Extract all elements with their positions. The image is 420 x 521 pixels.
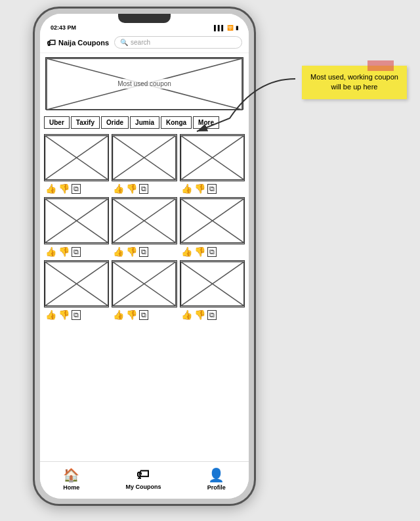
coupon-actions-3: 👍 👎 ⧉	[180, 183, 245, 194]
coupon-image-7	[44, 260, 109, 307]
thumbs-down-icon-6[interactable]: 👎	[194, 246, 205, 257]
signal-icon: ▌▌▌	[214, 25, 225, 31]
tab-uber[interactable]: Uber	[44, 116, 70, 129]
nav-profile[interactable]: 👤 Profile	[207, 467, 226, 491]
app-header: 🏷 Naija Coupons 🔍 search	[40, 32, 249, 53]
sticky-note: Most used, working coupon will be up her…	[302, 66, 407, 99]
coupon-image-2	[112, 134, 177, 181]
search-icon: 🔍	[120, 39, 128, 46]
coupon-image-6	[180, 197, 245, 244]
thumbs-down-icon-2[interactable]: 👎	[126, 183, 137, 194]
nav-home[interactable]: 🏠 Home	[63, 467, 79, 491]
coupon-card-6: 👍 👎 ⧉	[180, 197, 245, 258]
copy-icon-9[interactable]: ⧉	[207, 310, 217, 320]
banner-label: Most used coupon	[114, 79, 175, 89]
copy-icon-1[interactable]: ⧉	[72, 184, 81, 194]
coupon-card-4: 👍 👎 ⧉	[44, 197, 109, 258]
coupon-image-1	[44, 134, 109, 181]
sticky-note-text: Most used, working coupon will be up her…	[310, 73, 398, 91]
coupon-card-2: 👍 👎 ⧉	[112, 134, 177, 194]
scene: Most used, working coupon will be up her…	[0, 0, 420, 521]
copy-icon-8[interactable]: ⧉	[139, 310, 148, 320]
nav-my-coupons[interactable]: 🏷 My Coupons	[125, 467, 161, 491]
thumbs-down-icon-8[interactable]: 👎	[126, 309, 137, 320]
thumbs-up-icon-1[interactable]: 👍	[45, 183, 56, 194]
copy-icon-6[interactable]: ⧉	[207, 247, 217, 257]
coupon-actions-7: 👍 👎 ⧉	[44, 309, 109, 321]
coupon-card-8: 👍 👎 ⧉	[112, 260, 177, 321]
coupon-actions-6: 👍 👎 ⧉	[180, 246, 245, 258]
home-icon: 🏠	[63, 467, 79, 483]
coupon-card-9: 👍 👎 ⧉	[180, 260, 245, 321]
sticky-tape	[368, 60, 394, 71]
coupon-image-9	[180, 260, 245, 307]
tab-taxify[interactable]: Taxify	[71, 116, 100, 129]
brand-logo: 🏷 Naija Coupons	[47, 37, 109, 48]
thumbs-down-icon-1[interactable]: 👎	[58, 183, 70, 194]
thumbs-up-icon-9[interactable]: 👍	[181, 309, 192, 320]
nav-coupons-label: My Coupons	[125, 484, 161, 490]
brand-name: Naija Coupons	[58, 39, 109, 47]
phone-notch	[118, 14, 171, 23]
coupon-actions-9: 👍 👎 ⧉	[180, 309, 245, 321]
coupon-actions-2: 👍 👎 ⧉	[112, 183, 177, 194]
copy-icon-3[interactable]: ⧉	[207, 184, 217, 194]
tab-jumia[interactable]: Jumia	[130, 116, 159, 129]
coupon-image-5	[112, 197, 177, 244]
thumbs-up-icon-3[interactable]: 👍	[181, 183, 192, 194]
nav-profile-label: Profile	[207, 484, 226, 491]
bottom-nav: 🏠 Home 🏷 My Coupons 👤 Profile	[40, 461, 249, 499]
status-icons: ▌▌▌ 🛜 ▮	[214, 25, 238, 31]
coupons-icon: 🏷	[136, 467, 150, 482]
copy-icon-2[interactable]: ⧉	[139, 184, 148, 194]
thumbs-up-icon-5[interactable]: 👍	[113, 246, 124, 257]
thumbs-up-icon-7[interactable]: 👍	[45, 309, 56, 320]
search-placeholder: search	[131, 39, 150, 46]
thumbs-up-icon-8[interactable]: 👍	[113, 309, 124, 320]
coupon-card-5: 👍 👎 ⧉	[112, 197, 177, 258]
copy-icon-4[interactable]: ⧉	[72, 247, 81, 257]
coupon-card-7: 👍 👎 ⧉	[44, 260, 109, 321]
coupon-row-3: 👍 👎 ⧉ 👍 👎 ⧉	[44, 260, 245, 321]
copy-icon-5[interactable]: ⧉	[139, 247, 148, 257]
coupon-actions-1: 👍 👎 ⧉	[44, 183, 109, 194]
coupon-row-2: 👍 👎 ⧉ 👍 👎 ⧉	[44, 197, 245, 258]
coupon-image-4	[44, 197, 109, 244]
thumbs-down-icon-9[interactable]: 👎	[194, 309, 205, 320]
thumbs-up-icon-6[interactable]: 👍	[181, 246, 192, 257]
thumbs-up-icon-2[interactable]: 👍	[113, 183, 124, 194]
battery-icon: ▮	[236, 25, 238, 31]
wifi-icon: 🛜	[227, 25, 234, 31]
thumbs-down-icon-3[interactable]: 👎	[194, 183, 205, 194]
arrow-pointer	[177, 66, 308, 145]
search-bar[interactable]: 🔍 search	[114, 36, 242, 49]
thumbs-down-icon-7[interactable]: 👎	[58, 309, 70, 320]
copy-icon-7[interactable]: ⧉	[72, 310, 81, 320]
coupon-image-8	[112, 260, 177, 307]
coupon-actions-8: 👍 👎 ⧉	[112, 309, 177, 321]
brand-icon: 🏷	[47, 37, 56, 48]
profile-icon: 👤	[208, 467, 224, 483]
status-time: 02:43 PM	[51, 24, 76, 31]
coupon-actions-4: 👍 👎 ⧉	[44, 246, 109, 258]
tab-oride[interactable]: Oride	[101, 116, 129, 129]
coupon-actions-5: 👍 👎 ⧉	[112, 246, 177, 258]
coupon-card-1: 👍 👎 ⧉	[44, 134, 109, 194]
coupon-grid-area[interactable]: 👍 👎 ⧉ 👍 👎 ⧉	[40, 131, 249, 461]
thumbs-down-icon-5[interactable]: 👎	[126, 246, 137, 257]
nav-home-label: Home	[63, 484, 79, 491]
thumbs-down-icon-4[interactable]: 👎	[58, 246, 70, 257]
thumbs-up-icon-4[interactable]: 👍	[45, 246, 56, 257]
